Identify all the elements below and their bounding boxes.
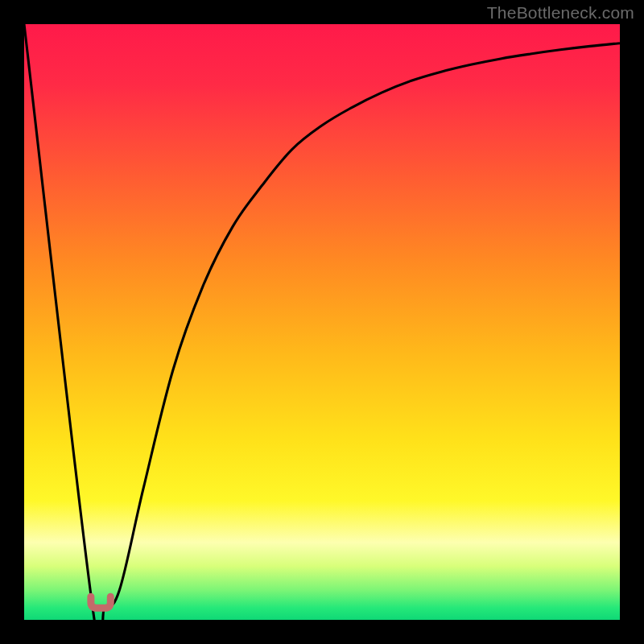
chart-frame: TheBottleneck.com <box>0 0 644 644</box>
plot-area <box>24 24 620 620</box>
plot-svg <box>24 24 620 620</box>
gradient-background <box>24 24 620 620</box>
watermark-label: TheBottleneck.com <box>487 3 634 23</box>
